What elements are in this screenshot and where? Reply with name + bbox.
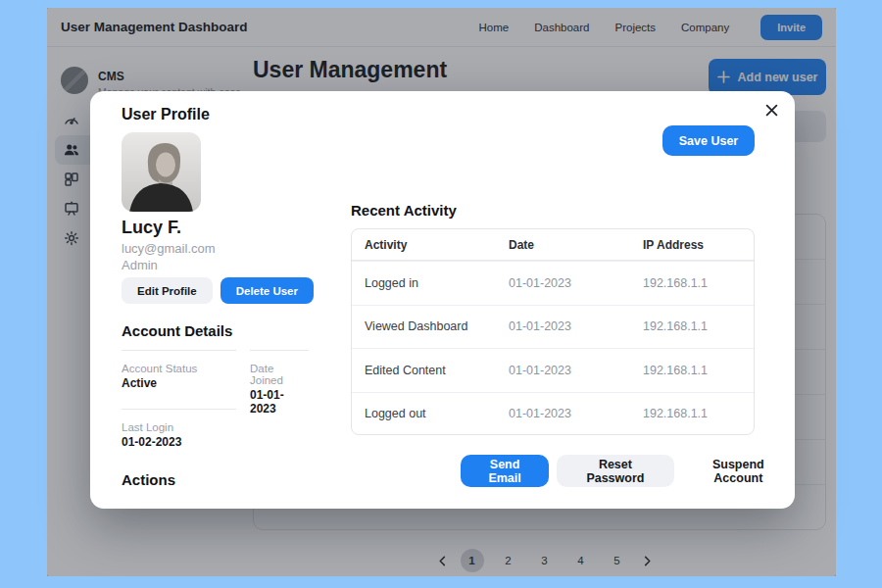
column-header-date: Date [509, 238, 643, 252]
activity-row: Viewed Dashboard 01-01-2023 192.168.1.1 [352, 305, 754, 349]
send-email-button[interactable]: Send Email [461, 455, 549, 487]
ip-cell: 192.168.1.1 [643, 407, 754, 420]
actions-heading: Actions [122, 471, 175, 488]
date-cell: 01-01-2023 [509, 364, 643, 377]
last-login-value: 01-02-2023 [122, 435, 236, 449]
activity-cell: Logged in [352, 276, 509, 290]
delete-user-button[interactable]: Delete User [220, 277, 314, 304]
modal-title: User Profile [122, 106, 210, 123]
account-status-field: Account Status Active [122, 350, 236, 390]
activity-cell: Edited Content [352, 364, 509, 377]
date-joined-value: 01-01-2023 [250, 388, 309, 416]
activity-row: Logged out 01-01-2023 192.168.1.1 [352, 392, 754, 436]
user-name: Lucy F. [122, 218, 181, 238]
suspend-account-button[interactable]: Suspend Account [682, 455, 795, 487]
date-cell: 01-01-2023 [509, 276, 643, 290]
user-email: lucy@gmail.com [122, 241, 216, 256]
ip-cell: 192.168.1.1 [643, 319, 754, 333]
save-user-button[interactable]: Save User [662, 125, 755, 156]
page-background: User Management Dashboard Home Dashboard… [0, 0, 882, 588]
modal-footer-actions: Send Email Reset Password Suspend Accoun… [461, 455, 795, 487]
ip-cell: 192.168.1.1 [643, 364, 754, 377]
activity-row: Logged in 01-01-2023 192.168.1.1 [352, 261, 754, 305]
user-photo [122, 132, 201, 212]
recent-activity-table: Activity Date IP Address Logged in 01-01… [351, 228, 755, 435]
column-header-ip: IP Address [643, 238, 754, 252]
activity-table-header: Activity Date IP Address [352, 229, 754, 261]
account-details-heading: Account Details [122, 322, 232, 339]
ip-cell: 192.168.1.1 [643, 276, 754, 290]
date-cell: 01-01-2023 [509, 319, 643, 333]
activity-cell: Logged out [352, 407, 509, 420]
account-status-value: Active [122, 376, 236, 390]
reset-password-button[interactable]: Reset Password [557, 455, 673, 487]
profile-buttons: Edit Profile Delete User [122, 277, 314, 304]
date-cell: 01-01-2023 [509, 407, 643, 420]
date-joined-label: Date Joined [250, 363, 309, 386]
recent-activity-heading: Recent Activity [351, 202, 457, 219]
activity-cell: Viewed Dashboard [352, 319, 509, 333]
last-login-label: Last Login [122, 421, 236, 433]
close-icon [765, 104, 778, 117]
portrait-image [122, 132, 201, 212]
column-header-activity: Activity [352, 238, 509, 252]
edit-profile-button[interactable]: Edit Profile [122, 277, 213, 304]
user-profile-modal: User Profile Save User Lucy F. lucy@gmai… [90, 91, 795, 509]
activity-row: Edited Content 01-01-2023 192.168.1.1 [352, 348, 754, 392]
close-button[interactable] [758, 96, 785, 123]
user-role: Admin [122, 258, 158, 272]
account-status-label: Account Status [122, 363, 236, 374]
date-joined-field: Date Joined 01-01-2023 [250, 350, 309, 416]
last-login-field: Last Login 01-02-2023 [122, 409, 236, 449]
